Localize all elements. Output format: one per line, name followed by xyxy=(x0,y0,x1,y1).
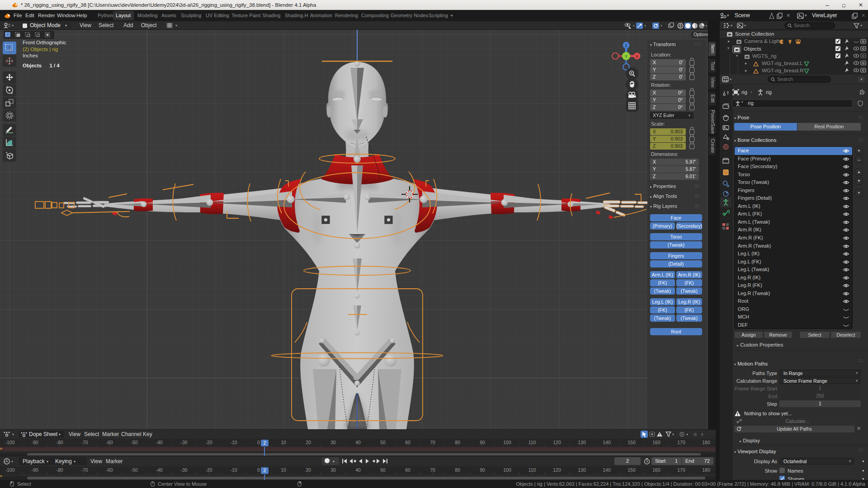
svg-text:Z: Z xyxy=(625,43,627,48)
svg-text:X: X xyxy=(636,54,638,59)
svg-text:Y: Y xyxy=(625,54,627,59)
